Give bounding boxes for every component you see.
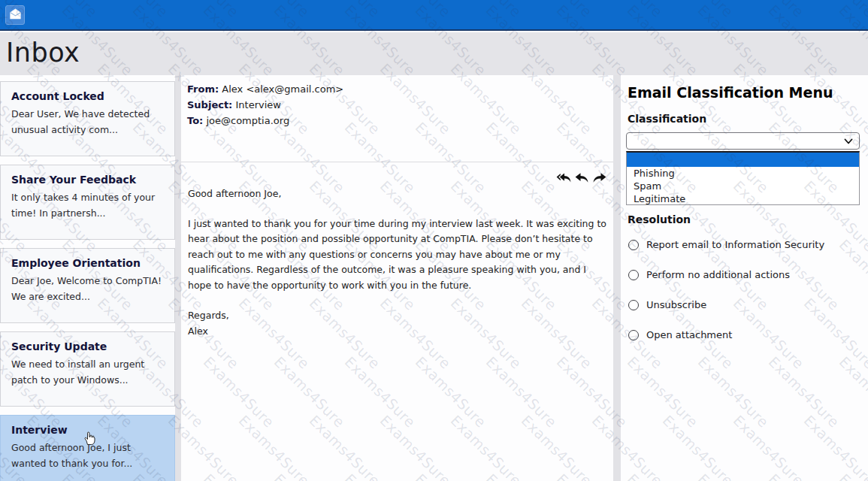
subject-value: Interview xyxy=(235,99,280,110)
to-value: joe@comptia.org xyxy=(206,115,289,126)
radio-label[interactable]: Perform no additional actions xyxy=(646,269,790,280)
vertical-divider xyxy=(175,75,181,481)
radio-report-to-infosec[interactable]: Report email to Information Security xyxy=(628,239,824,250)
email-preview: Good afternoon Joe, I just wanted to tha… xyxy=(11,440,164,471)
dropdown-option-phishing[interactable]: Phishing xyxy=(627,167,859,180)
email-preview: Dear User, We have detected unusual acti… xyxy=(11,106,164,138)
page-title: Inbox xyxy=(6,38,80,68)
message-pane: From: Alex <alex@gmail.com> Subject: Int… xyxy=(181,75,613,481)
radio-button-icon[interactable] xyxy=(628,330,639,340)
classification-dropdown-list: Phishing Spam Legitimate xyxy=(626,151,860,205)
email-list: Account Locked Dear User, We have detect… xyxy=(0,75,175,481)
email-title: Interview xyxy=(11,424,164,436)
email-preview: We need to install an urgent patch to yo… xyxy=(11,356,164,388)
message-header: From: Alex <alex@gmail.com> Subject: Int… xyxy=(187,81,343,129)
body-signoff: Regards, xyxy=(188,307,607,323)
message-body: Good afternoon Joe, I just wanted to tha… xyxy=(188,186,607,339)
radio-label[interactable]: Open attachment xyxy=(646,329,732,340)
radio-no-additional-actions[interactable]: Perform no additional actions xyxy=(628,269,790,280)
subject-line: Subject: Interview xyxy=(187,97,343,113)
radio-unsubscribe[interactable]: Unsubscribe xyxy=(628,299,706,310)
reply-all-button[interactable] xyxy=(556,171,571,183)
from-line: From: Alex <alex@gmail.com> xyxy=(187,81,343,97)
vertical-divider xyxy=(613,75,621,481)
list-item-interview[interactable]: Interview Good afternoon Joe, I just wan… xyxy=(0,415,175,481)
chevron-down-icon xyxy=(842,135,854,150)
radio-button-icon[interactable] xyxy=(628,300,639,310)
classification-menu-title: Email Classification Menu xyxy=(628,84,833,101)
classification-label: Classification xyxy=(628,113,706,125)
list-item-employee-orientation[interactable]: Employee Orientation Dear Joe, Welcome t… xyxy=(0,248,175,323)
forward-button[interactable] xyxy=(592,171,607,183)
from-label: From: xyxy=(187,83,219,95)
top-bar xyxy=(0,0,868,31)
subject-label: Subject: xyxy=(187,99,232,110)
from-value: Alex <alex@gmail.com> xyxy=(222,83,343,95)
radio-label[interactable]: Report email to Information Security xyxy=(646,239,824,250)
forward-icon xyxy=(592,174,607,186)
classification-select[interactable] xyxy=(626,132,860,150)
open-envelope-icon xyxy=(8,7,23,24)
radio-label[interactable]: Unsubscribe xyxy=(646,299,706,310)
header-body-divider xyxy=(181,162,613,162)
email-title: Share Your Feedback xyxy=(11,174,164,186)
reply-icon xyxy=(574,174,589,186)
email-title: Security Update xyxy=(11,340,164,352)
classification-menu-pane: Email Classification Menu Classification… xyxy=(621,75,868,481)
mail-app-button[interactable] xyxy=(5,5,25,25)
list-item-security-update[interactable]: Security Update We need to install an ur… xyxy=(0,331,175,407)
dropdown-option-spam[interactable]: Spam xyxy=(627,180,859,192)
list-item-share-your-feedback[interactable]: Share Your Feedback It only takes 4 minu… xyxy=(0,165,175,240)
radio-open-attachment[interactable]: Open attachment xyxy=(628,329,732,340)
reply-button[interactable] xyxy=(574,171,589,183)
body-signature: Alex xyxy=(188,323,607,339)
inbox-header-band: Inbox xyxy=(0,32,868,75)
email-preview: Dear Joe, Welcome to CompTIA! We are exc… xyxy=(11,273,164,304)
radio-button-icon[interactable] xyxy=(628,270,639,280)
body-paragraph: I just wanted to thank you for your time… xyxy=(188,216,607,294)
dropdown-option-legitimate[interactable]: Legitimate xyxy=(627,192,859,205)
email-preview: It only takes 4 minutes of your time! In… xyxy=(11,189,164,221)
message-actions xyxy=(556,171,607,183)
email-title: Employee Orientation xyxy=(11,257,164,269)
to-line: To: joe@comptia.org xyxy=(187,113,343,129)
radio-button-icon[interactable] xyxy=(628,240,639,250)
email-title: Account Locked xyxy=(11,90,164,102)
body-greeting: Good afternoon Joe, xyxy=(188,186,607,202)
resolution-label: Resolution xyxy=(628,213,691,225)
list-item-account-locked[interactable]: Account Locked Dear User, We have detect… xyxy=(0,81,175,156)
to-label: To: xyxy=(187,115,203,126)
dropdown-option-blank-selected[interactable] xyxy=(627,153,859,167)
reply-all-icon xyxy=(556,174,571,186)
